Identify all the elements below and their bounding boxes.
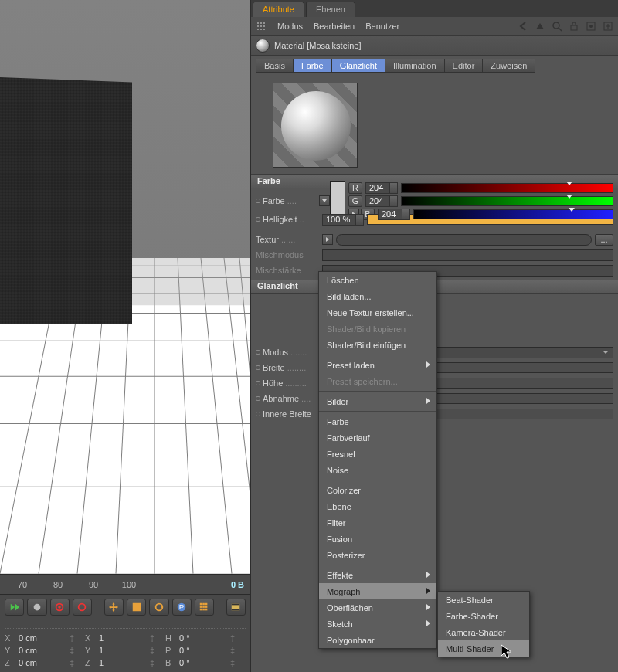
ctx-farbverlauf[interactable]: Farbverlauf: [319, 429, 436, 446]
scale-tool-button[interactable]: [127, 599, 146, 616]
b-field[interactable]: 204: [378, 209, 410, 220]
play-forward-button[interactable]: [5, 599, 24, 616]
ctx-bild-laden[interactable]: Bild laden...: [319, 288, 436, 304]
ctx-fresnel[interactable]: Fresnel: [319, 446, 436, 462]
anim-dot[interactable]: [256, 412, 260, 416]
anim-dot[interactable]: [256, 217, 260, 222]
submenu-multi-shader[interactable]: Multi-Shader: [438, 640, 529, 657]
ctx-noise[interactable]: Noise: [319, 462, 436, 478]
menu-bearbeiten[interactable]: Bearbeiten: [314, 22, 355, 31]
spin-icon[interactable]: ‡: [150, 658, 154, 667]
texture-menu-button[interactable]: [322, 234, 333, 245]
spin-icon[interactable]: [389, 183, 397, 193]
ctx-bilder[interactable]: Bilder: [319, 393, 436, 409]
slider-thumb[interactable]: [566, 195, 572, 199]
anim-dot[interactable]: [256, 365, 260, 370]
film-button[interactable]: [226, 599, 246, 616]
ctx-neue-textur[interactable]: Neue Textur erstellen...: [319, 304, 436, 321]
coord-value[interactable]: 1: [99, 633, 145, 643]
anim-dot[interactable]: [256, 396, 260, 401]
g-field[interactable]: 204: [365, 195, 398, 207]
menu-modus[interactable]: Modus: [277, 22, 303, 31]
tab-basis[interactable]: Basis: [256, 59, 293, 73]
spin-icon[interactable]: [355, 215, 363, 225]
spin-icon[interactable]: [389, 196, 397, 206]
ctx-posterizer[interactable]: Posterizer: [319, 547, 436, 563]
coord-value[interactable]: 0 cm: [19, 658, 65, 667]
helligkeit-field[interactable]: 100 %: [322, 214, 364, 226]
tab-illumination[interactable]: Illumination: [385, 59, 444, 73]
r-field[interactable]: 204: [365, 182, 398, 194]
grid-button[interactable]: [195, 599, 214, 616]
ctx-polygonhaar[interactable]: Polygonhaar: [319, 632, 436, 648]
spin-icon[interactable]: [402, 209, 409, 219]
spin-icon[interactable]: ‡: [150, 646, 154, 655]
mischmodus-field[interactable]: [322, 249, 613, 261]
anim-dot[interactable]: [256, 381, 260, 385]
coord-value[interactable]: 1: [99, 646, 145, 655]
browse-button[interactable]: ...: [595, 234, 613, 246]
ctx-fusion[interactable]: Fusion: [319, 531, 436, 547]
r-slider[interactable]: [401, 183, 613, 193]
timeline[interactable]: 70 80 90 100 0 B: [0, 574, 250, 594]
g-slider[interactable]: [401, 196, 613, 206]
anim-dot[interactable]: [256, 199, 260, 203]
tab-farbe[interactable]: Farbe: [293, 59, 331, 73]
viewport-object[interactable]: [0, 77, 139, 324]
spin-icon[interactable]: ‡: [230, 658, 235, 667]
coord-value[interactable]: 0 cm: [19, 646, 65, 655]
record-button[interactable]: [27, 599, 46, 616]
slider-thumb[interactable]: [566, 182, 572, 185]
ctx-loeschen[interactable]: Löschen: [319, 272, 436, 288]
submenu-farbe-shader[interactable]: Farbe-Shader: [438, 608, 529, 624]
param-button[interactable]: P: [172, 599, 192, 616]
ctx-colorizer[interactable]: Colorizer: [319, 482, 436, 498]
ctx-mograph[interactable]: Mograph: [319, 583, 436, 599]
new-window-icon[interactable]: [586, 21, 596, 32]
spin-icon[interactable]: ‡: [230, 633, 235, 643]
nav-up-icon[interactable]: [535, 21, 545, 32]
spin-icon[interactable]: ‡: [70, 658, 74, 667]
coord-value[interactable]: 0 cm: [19, 633, 65, 643]
ctx-preset-laden[interactable]: Preset laden: [319, 357, 436, 373]
ctx-effekte[interactable]: Effekte: [319, 567, 436, 583]
channel-g-button[interactable]: G: [348, 195, 362, 207]
spin-icon[interactable]: ‡: [70, 646, 74, 655]
coord-value[interactable]: 0 °: [179, 646, 226, 655]
tab-glanzlicht[interactable]: Glanzlicht: [331, 59, 385, 73]
ctx-oberflaechen[interactable]: Oberflächen: [319, 599, 436, 616]
nav-back-icon[interactable]: [518, 21, 528, 32]
spin-icon[interactable]: ‡: [150, 633, 154, 643]
ctx-shader-einfuegen[interactable]: Shader/Bild einfügen: [319, 337, 436, 353]
handle-icon[interactable]: [256, 21, 267, 32]
move-tool-button[interactable]: [104, 599, 124, 616]
coord-value[interactable]: 0 °: [179, 633, 226, 643]
b-slider[interactable]: [413, 209, 613, 219]
tab-ebenen[interactable]: Ebenen: [306, 2, 355, 17]
lock-icon[interactable]: [569, 21, 579, 32]
keyframe-button[interactable]: [50, 599, 70, 616]
ctx-filter[interactable]: Filter: [319, 514, 436, 531]
color-popup-button[interactable]: [319, 195, 330, 206]
menu-benutzer[interactable]: Benutzer: [365, 22, 399, 31]
ctx-ebene[interactable]: Ebene: [319, 498, 436, 514]
ctx-sketch[interactable]: Sketch: [319, 616, 436, 632]
anim-dot[interactable]: [256, 350, 260, 355]
submenu-beat-shader[interactable]: Beat-Shader: [438, 592, 529, 608]
material-preview[interactable]: [273, 83, 358, 168]
coord-value[interactable]: 0 °: [179, 658, 226, 667]
autokey-button[interactable]: [73, 599, 92, 616]
tab-zuweisen[interactable]: Zuweisen: [482, 59, 535, 73]
viewport[interactable]: [0, 0, 250, 574]
search-icon[interactable]: [552, 21, 562, 32]
slider-thumb[interactable]: [569, 208, 575, 212]
channel-r-button[interactable]: R: [348, 182, 362, 194]
submenu-kamera-shader[interactable]: Kamera-Shader: [438, 624, 529, 640]
coord-value[interactable]: 1: [99, 658, 145, 667]
rotate-tool-button[interactable]: [149, 599, 168, 616]
more-icon[interactable]: [603, 21, 613, 32]
spin-icon[interactable]: ‡: [70, 633, 74, 643]
ctx-farbe[interactable]: Farbe: [319, 413, 436, 429]
texture-field[interactable]: [336, 234, 592, 246]
spin-icon[interactable]: ‡: [230, 646, 235, 655]
